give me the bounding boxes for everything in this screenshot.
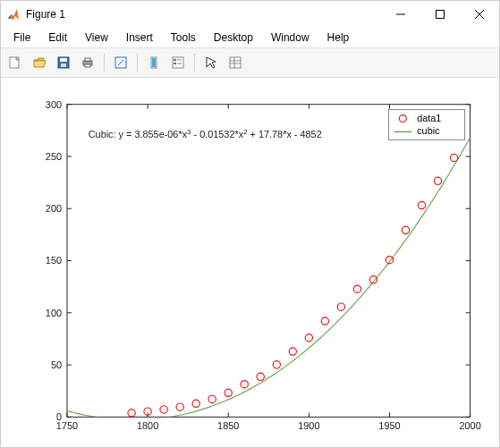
axes[interactable]: 1750180018501900195020000501001502002503… — [1, 78, 499, 447]
close-button[interactable] — [460, 1, 499, 28]
y-tick-label: 300 — [46, 99, 62, 110]
maximize-button[interactable] — [420, 1, 460, 28]
titlebar: Figure 1 — [1, 1, 499, 28]
plot-area[interactable]: 1750180018501900195020000501001502002503… — [1, 78, 499, 447]
y-tick-label: 150 — [46, 255, 62, 266]
svg-rect-17 — [174, 63, 176, 64]
y-tick-label: 0 — [56, 411, 62, 422]
insert-legend-button[interactable] — [167, 52, 189, 73]
menu-help[interactable]: Help — [318, 30, 359, 46]
open-property-inspector-button[interactable] — [225, 52, 246, 73]
window-title: Figure 1 — [26, 8, 381, 21]
menu-view[interactable]: View — [76, 30, 117, 46]
x-tick-label: 2000 — [460, 420, 481, 431]
x-tick-label: 1850 — [217, 420, 239, 431]
svg-rect-20 — [230, 57, 241, 68]
link-axes-button[interactable] — [110, 52, 131, 73]
x-tick-label: 1950 — [378, 420, 400, 431]
legend-label-0: data1 — [417, 113, 441, 123]
insert-colorbar-button[interactable] — [143, 52, 165, 73]
svg-rect-7 — [61, 63, 66, 67]
svg-rect-14 — [152, 58, 156, 67]
menu-desktop[interactable]: Desktop — [205, 30, 262, 46]
svg-line-12 — [118, 60, 123, 65]
y-tick-label: 100 — [46, 308, 62, 318]
toolbar — [1, 47, 499, 78]
minimize-button[interactable] — [381, 1, 420, 28]
fit-equation-text: Cubic: y = 3.855e-06*x3 - 0.01532*x2 + 1… — [89, 128, 322, 140]
matlab-logo-icon — [6, 7, 21, 21]
svg-rect-9 — [85, 58, 90, 61]
x-tick-label: 1800 — [137, 420, 158, 431]
save-button[interactable] — [53, 52, 74, 73]
print-button[interactable] — [77, 52, 98, 73]
open-button[interactable] — [29, 52, 50, 73]
y-tick-label: 50 — [51, 359, 62, 370]
y-tick-label: 200 — [46, 203, 62, 214]
x-tick-label: 1900 — [298, 420, 319, 431]
legend-label-1: cubic — [417, 125, 440, 136]
svg-rect-16 — [174, 59, 176, 61]
menu-edit[interactable]: Edit — [39, 30, 76, 46]
svg-rect-1 — [436, 11, 445, 19]
edit-plot-button[interactable] — [200, 52, 222, 73]
menubar: File Edit View Insert Tools Desktop Wind… — [1, 28, 499, 47]
toolbar-sep-1 — [104, 54, 105, 72]
toolbar-sep-2 — [137, 54, 138, 72]
menu-tools[interactable]: Tools — [162, 30, 205, 46]
y-tick-label: 250 — [46, 151, 62, 162]
menu-file[interactable]: File — [4, 30, 39, 46]
menu-window[interactable]: Window — [262, 30, 318, 46]
svg-rect-10 — [85, 64, 90, 67]
new-figure-button[interactable] — [4, 52, 26, 73]
svg-rect-6 — [60, 58, 67, 62]
menu-insert[interactable]: Insert — [117, 30, 162, 46]
figure-window: Figure 1 File Edit View Insert Tools Des… — [0, 0, 500, 448]
svg-rect-24 — [67, 105, 470, 418]
toolbar-sep-3 — [194, 54, 195, 72]
